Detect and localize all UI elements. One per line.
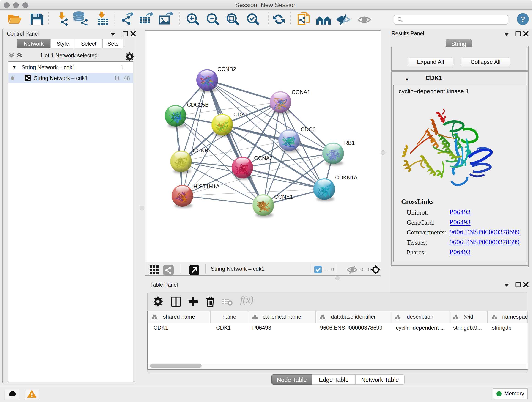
- svg-text:CDKN1A: CDKN1A: [335, 174, 357, 181]
- svg-text:RB1: RB1: [344, 140, 355, 146]
- svg-text:CCNA2: CCNA2: [254, 155, 273, 161]
- svg-text:CCNB2: CCNB2: [217, 66, 236, 72]
- svg-text:HIST1H1A: HIST1H1A: [193, 183, 220, 190]
- svg-text:CCNB1: CCNB1: [193, 147, 211, 153]
- svg-text:CDC25B: CDC25B: [187, 102, 209, 108]
- svg-text:CCNE1: CCNE1: [274, 194, 293, 200]
- svg-text:CDK1: CDK1: [234, 111, 248, 118]
- svg-text:?: ?: [520, 15, 525, 23]
- svg-text:CCNA1: CCNA1: [292, 89, 310, 95]
- svg-text:CDC6: CDC6: [301, 126, 316, 133]
